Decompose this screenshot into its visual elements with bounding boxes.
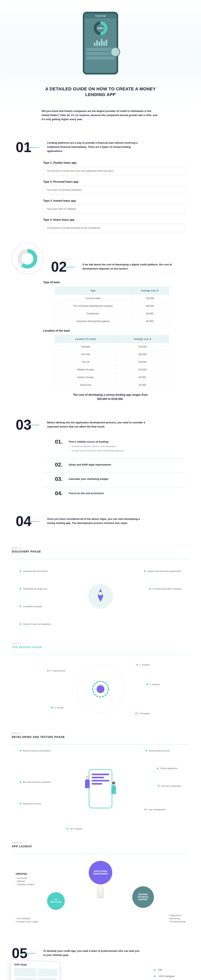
table-cell: The UK [55, 358, 116, 366]
table-cell: In-house team [55, 294, 131, 302]
factor-number: 01. [55, 439, 65, 445]
factor-sub-item: Investor (social networks, online fundra… [69, 449, 124, 453]
type-title: Type 4. Home loans app [43, 218, 185, 221]
discovery-item: Scope of work and deadlines [20, 623, 51, 625]
item-label: Authorization process [149, 749, 170, 752]
design-step: 1. Problem [136, 663, 150, 666]
section-number-02: 02 [51, 259, 67, 275]
table-cell: 130,000 [116, 343, 169, 350]
update-item: - Functional [16, 877, 34, 879]
type-description: The amount of money from your next paych… [43, 167, 185, 175]
item-label: 4. Testing [54, 706, 64, 709]
table-cell: 60,000 [116, 373, 169, 381]
svg-point-1 [99, 592, 102, 595]
section-number-01: 01 [16, 139, 31, 155]
updates-box: UPDATES: - Functional- Platform- Operati… [16, 873, 34, 886]
table-cell: Freelancers [55, 310, 131, 317]
support-bubble: ONGOING TECHNICAL SUPPORT [132, 886, 154, 908]
discovery-item: Finished application prototype [149, 588, 181, 590]
table-row: Eastern Europe60,000 [55, 373, 169, 381]
type-title: Type 1. Payday loans app [43, 161, 185, 164]
dev-feature: Authorization process [146, 749, 170, 752]
feedback-box: • Get Feedback• Increase User Loyalty [16, 917, 38, 924]
step-1-section: STEP 1 DISCOVERY PHASE Interview with th… [0, 541, 201, 636]
table-cell: 40,000 [131, 310, 169, 317]
update-item: - Operating System [16, 883, 34, 886]
table-row: Australia130,000 [55, 343, 169, 350]
step-1-label: STEP 1 [12, 547, 189, 549]
table-cell: 100,000 [116, 366, 169, 373]
team-illustration: OUR TEAM [12, 961, 75, 980]
team-cost-table: TypeAverage cost, $ In-house team130,000… [55, 287, 169, 325]
bullet-icon [20, 803, 21, 804]
bullet-icon [145, 809, 146, 810]
table-cell: 180,000 [116, 350, 169, 358]
table-header: Type [55, 287, 131, 294]
table-row: Outsource development agency60,000 [55, 317, 169, 325]
table-cell: Western Europe [55, 366, 116, 373]
svg-point-3 [97, 685, 104, 693]
dev-feature: Security confirmation [158, 785, 181, 787]
diagnostic-item: • Monitoring [169, 917, 185, 920]
bullet-icon [67, 828, 68, 829]
loan-type-4: Type 4. Home loans app The amount of mon… [16, 218, 185, 232]
discovery-item: Identifying the target user [20, 588, 48, 590]
table-cell: Outsource development agency [55, 317, 131, 325]
team-role: PM [154, 969, 181, 971]
table-header: Average cost, $ [131, 287, 169, 294]
table-row: The USA180,000 [55, 350, 169, 358]
step-2-title: THE DESIGN PHASE [12, 646, 189, 649]
type-description: Fast loans for personal expenses. [43, 186, 185, 194]
cost-diagram-icon [12, 243, 43, 274]
item-label: System and technical requirements [148, 570, 181, 572]
type-title: Type 3. Instant loans app [43, 199, 185, 202]
discovery-item: System and technical requirements [144, 570, 181, 572]
table-header: Average cost, $ [116, 335, 169, 343]
bullet-icon [20, 606, 21, 607]
step-3-section: STEP 3 DEVELOPING AND TESTING PHASE Paym… [0, 726, 201, 836]
bullet-icon [147, 684, 148, 685]
factor-4: 04. Focus on the unit economics [55, 490, 185, 496]
design-step: 3. Prototype [135, 712, 150, 714]
bullet-icon [146, 750, 147, 751]
design-step: 2. Solution [147, 683, 160, 686]
hero-section: Finance App $750.0 [0, 0, 201, 109]
table-cell: 180,000 [131, 302, 169, 310]
dev-feature: Borrower solvency evaluation [20, 781, 51, 783]
bullet-icon [149, 588, 151, 590]
factor-sub-item: A financial institution (banks, stock ex… [69, 445, 124, 448]
section-number-05: 05 [12, 945, 27, 961]
discovery-item: Interview with the founder [20, 570, 48, 572]
item-label: Interview with the founder [23, 570, 48, 572]
factor-number: 03. [55, 476, 65, 482]
step-4-section: STEP 4 APP LAUNCH APPLICATION MAINTENANC… [0, 836, 201, 937]
bullet-icon [157, 768, 158, 769]
bullet-icon [47, 670, 49, 671]
item-label: Identifying the target user [23, 588, 48, 590]
factor-text: Focus on the unit economics [69, 490, 104, 495]
dev-feature: Repayment control [20, 802, 41, 805]
step-4-label: STEP 4 [12, 842, 189, 844]
bullet-icon [144, 570, 146, 572]
item-label: Loan management [148, 808, 166, 811]
table-cell: The US-based development company [55, 302, 131, 310]
factor-text: Find a reliable source of funding: [69, 439, 124, 443]
section-02-intro: If we talk about the cost of developing … [83, 262, 180, 271]
bullet-icon [20, 623, 21, 625]
location-cost-table: Location of a teamAverage cost, $ Austra… [55, 335, 169, 389]
section-number-03: 03 [16, 417, 31, 433]
table-cell: 130,000 [131, 294, 169, 302]
item-label: 3. Prototype [139, 712, 150, 714]
dashboard-title: OUR TEAM [14, 963, 57, 967]
item-label: 24/7 Support [70, 827, 82, 830]
cost-summary: The cost of developing a money-lending a… [51, 393, 150, 401]
factor-number: 04. [55, 490, 65, 496]
rocket-icon [87, 583, 114, 610]
dev-feature: 24/7 Support [67, 827, 82, 830]
step-3-title: DEVELOPING AND TESTING PHASE [12, 735, 189, 738]
update-item: - Platform [16, 880, 34, 882]
role-label: PM [158, 969, 162, 971]
phone-app-title: Finance App [86, 15, 115, 17]
launch-rocket-icon [95, 885, 106, 904]
bullet-icon [158, 785, 160, 787]
